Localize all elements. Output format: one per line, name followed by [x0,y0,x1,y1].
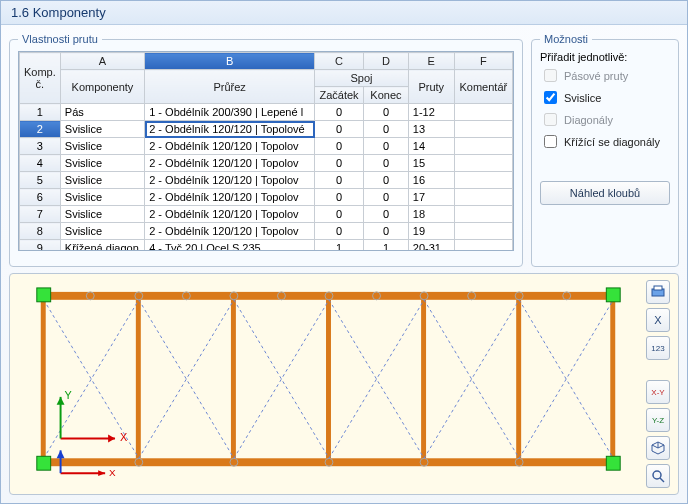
cell[interactable]: 1 - Obdélník 200/390 | Lepené l [145,104,315,121]
row-number[interactable]: 5 [20,172,61,189]
cell[interactable] [454,138,512,155]
row-number[interactable]: 3 [20,138,61,155]
cell[interactable] [454,104,512,121]
cell[interactable]: 0 [364,155,409,172]
cell[interactable]: Pás [60,104,144,121]
col-letter-E[interactable]: E [408,53,454,70]
tool-view-iso-icon[interactable] [646,436,670,460]
cell[interactable]: 15 [408,155,454,172]
col-header-pruty[interactable]: Pruty [408,70,454,104]
checkbox-svislice-input[interactable] [544,91,557,104]
cell[interactable]: Svislice [60,206,144,223]
col-header-konec[interactable]: Konec [364,87,409,104]
svg-rect-2 [41,298,46,460]
cell[interactable] [454,206,512,223]
col-header-komponenty[interactable]: Komponenty [60,70,144,104]
cell[interactable]: 2 - Obdélník 120/120 | Topolov [145,172,315,189]
cell[interactable] [454,172,512,189]
checkbox-krizici[interactable]: Křížící se diagonály [540,132,670,151]
cell[interactable] [454,223,512,240]
cell[interactable]: 0 [364,121,409,138]
tool-x-icon[interactable]: X [646,308,670,332]
components-table[interactable]: Komp.č.ABCDEFKomponentyPrůřezSpojPrutyKo… [18,51,514,251]
table-row[interactable]: 9Křížená diagon4 - Tyč 20 | Ocel S 23511… [20,240,513,252]
row-number[interactable]: 8 [20,223,61,240]
cell[interactable]: 0 [315,189,364,206]
cell[interactable]: 0 [315,223,364,240]
cell[interactable]: 2 - Obdélník 120/120 | Topolov [145,206,315,223]
table-row[interactable]: 6Svislice2 - Obdélník 120/120 | Topolov0… [20,189,513,206]
cell[interactable]: 2 - Obdélník 120/120 | Topolov [145,138,315,155]
col-letter-A[interactable]: A [60,53,144,70]
cell[interactable]: Svislice [60,155,144,172]
cell[interactable]: 1 [364,240,409,252]
cell[interactable]: 0 [364,138,409,155]
row-number[interactable]: 7 [20,206,61,223]
cell[interactable]: Svislice [60,172,144,189]
cell[interactable]: 0 [315,206,364,223]
checkbox-svislice[interactable]: Svislice [540,88,670,107]
cell[interactable]: 0 [364,172,409,189]
col-letter-D[interactable]: D [364,53,409,70]
cell[interactable]: 0 [315,138,364,155]
cell[interactable]: 2 - Obdélník 120/120 | Topolov [145,223,315,240]
row-number[interactable]: 6 [20,189,61,206]
cell[interactable]: 0 [364,189,409,206]
cell[interactable] [454,121,512,138]
row-number[interactable]: 9 [20,240,61,252]
cell[interactable]: Svislice [60,223,144,240]
table-row[interactable]: 7Svislice2 - Obdélník 120/120 | Topolov0… [20,206,513,223]
cell[interactable]: 2 - Obdélník 120/120 | Topolov [145,189,315,206]
cell[interactable]: 4 - Tyč 20 | Ocel S 235 [145,240,315,252]
cell[interactable]: 0 [315,121,364,138]
cell[interactable]: 16 [408,172,454,189]
cell[interactable]: Svislice [60,138,144,155]
cell[interactable] [454,155,512,172]
cell[interactable]: Svislice [60,121,144,138]
col-header-komentar[interactable]: Komentář [454,70,512,104]
truss-preview[interactable]: X Y X [9,273,679,495]
cell[interactable]: 0 [315,155,364,172]
cell[interactable]: Křížená diagon [60,240,144,252]
cell[interactable]: 0 [315,172,364,189]
col-header-prurez[interactable]: Průřez [145,70,315,104]
checkbox-krizici-input[interactable] [544,135,557,148]
table-row[interactable]: 4Svislice2 - Obdélník 120/120 | Topolov0… [20,155,513,172]
cell[interactable]: 2 - Obdélník 120/120 | Topolov [145,155,315,172]
cell[interactable]: 0 [364,206,409,223]
cell[interactable]: 20-31 [408,240,454,252]
table-row[interactable]: 8Svislice2 - Obdélník 120/120 | Topolov0… [20,223,513,240]
col-letter-F[interactable]: F [454,53,512,70]
cell[interactable]: 1 [315,240,364,252]
cell[interactable]: 19 [408,223,454,240]
cell[interactable]: 0 [364,104,409,121]
cell[interactable]: 13 [408,121,454,138]
row-number[interactable]: 2 [20,121,61,138]
cell[interactable]: 18 [408,206,454,223]
cell[interactable]: 0 [364,223,409,240]
cell[interactable]: 17 [408,189,454,206]
row-number[interactable]: 1 [20,104,61,121]
cell[interactable] [454,240,512,252]
row-number[interactable]: 4 [20,155,61,172]
cell[interactable]: 1-12 [408,104,454,121]
table-row[interactable]: 3Svislice2 - Obdélník 120/120 | Topolov0… [20,138,513,155]
tool-search-icon[interactable] [646,464,670,488]
col-header-zacatek[interactable]: Začátek [315,87,364,104]
col-header-spoj[interactable]: Spoj [315,70,409,87]
tool-print-icon[interactable] [646,280,670,304]
table-row[interactable]: 5Svislice2 - Obdélník 120/120 | Topolov0… [20,172,513,189]
cell[interactable]: Svislice [60,189,144,206]
cell[interactable]: 14 [408,138,454,155]
hinge-preview-button[interactable]: Náhled kloubů [540,181,670,205]
col-letter-C[interactable]: C [315,53,364,70]
table-row[interactable]: 1Pás1 - Obdélník 200/390 | Lepené l001-1… [20,104,513,121]
cell[interactable]: 2 - Obdélník 120/120 | Topolové [145,121,315,138]
col-letter-B[interactable]: B [145,53,315,70]
table-row[interactable]: 2Svislice2 - Obdélník 120/120 | Topolové… [20,121,513,138]
tool-view-xy-icon[interactable]: X-Y [646,380,670,404]
tool-view-yz-icon[interactable]: Y-Z [646,408,670,432]
cell[interactable] [454,189,512,206]
tool-numbers-icon[interactable]: 123 [646,336,670,360]
cell[interactable]: 0 [315,104,364,121]
